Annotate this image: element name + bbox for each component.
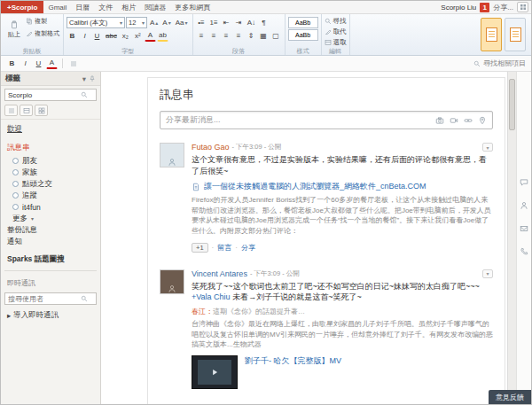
video-icon[interactable] [450,116,458,125]
subscript-button[interactable]: x₂ [120,30,131,42]
sidebar-collapse-button[interactable]: ▾ [82,74,86,83]
superscript-button[interactable]: x² [132,30,144,42]
style-sample-2[interactable]: AaBb [288,29,318,41]
share-post-link[interactable]: 分享 [241,243,255,253]
align-right-button[interactable]: ≡ [221,30,232,42]
show-marks-button[interactable]: ¶ [258,17,270,28]
view-grid-button[interactable] [35,105,48,116]
apps-grid-button[interactable] [517,2,528,12]
vertical-scrollbar[interactable] [507,72,516,404]
italic-button[interactable]: I [79,30,90,42]
sidebar-item-circle-friends[interactable]: 朋友 [1,155,100,167]
call-button[interactable] [519,245,530,257]
quote-author-link[interactable]: 春江： [192,308,213,315]
view-reading-button[interactable] [505,18,526,51]
video-link[interactable]: 劉子千- 哈欠【完整版】MV [245,355,341,367]
align-left-button[interactable]: ≡ [196,30,207,42]
paste-button[interactable]: 貼上 [4,16,25,43]
style-sample-1[interactable]: AaBb [288,17,318,28]
mail-button[interactable] [519,222,530,234]
bold-button[interactable]: B [66,30,78,42]
quick-color-button[interactable]: A [46,58,58,69]
select-button[interactable]: 選取 [325,38,347,47]
sidebar-item-circle-family[interactable]: 家族 [1,167,100,178]
quick-bold-button[interactable]: B [6,58,18,69]
view-card-button[interactable] [20,105,33,116]
post-menu-button[interactable]: ▾ [482,143,493,152]
sidebar-item-welcome[interactable]: 歡迎 [1,123,100,135]
quick-underline-button[interactable]: U [33,58,44,69]
sidebar-item-all-messages[interactable]: 整份訊息 [1,224,100,236]
share-box[interactable]: 分享最新消息... [160,111,493,129]
nav-gmail[interactable]: Gmail [43,1,71,13]
comment-link[interactable]: 留言 [217,243,231,253]
post-menu-button[interactable]: ▾ [482,269,493,278]
quick-list-button[interactable] [67,58,79,69]
im-search-input[interactable] [8,295,79,303]
chat-button[interactable] [519,176,530,188]
camera-icon[interactable] [435,116,444,125]
shrink-font-button[interactable]: A▾ [160,17,172,28]
nav-reader[interactable]: 閱讀器 [140,1,170,13]
format-painter-button[interactable]: 複製格式 [25,28,60,39]
post-author-link[interactable]: Futao Gao [192,143,230,152]
quick-italic-button[interactable]: I [20,58,31,69]
sidebar-item-sparks[interactable]: Sparks 話題圖搜 [1,253,100,265]
line-spacing-button[interactable]: ⇕ [246,30,257,42]
shading-button[interactable]: ▦ [258,30,270,42]
underline-button[interactable]: U [91,30,103,42]
video-thumbnail[interactable] [192,355,238,389]
search-icon[interactable] [81,91,88,98]
font-color-button[interactable]: A [145,30,156,42]
find-button[interactable]: 尋找 [325,17,347,26]
share-button[interactable]: 分享... [493,3,513,12]
justify-button[interactable]: ≡ [233,30,245,42]
sidebar-item-circle-it4fun[interactable]: it4fun [1,201,100,213]
plus-one-button[interactable]: +1 [192,243,208,253]
font-size-combo[interactable]: 12▾ [126,17,147,28]
borders-button[interactable]: ▢ [270,30,282,42]
avatar[interactable] [160,143,184,167]
replace-button[interactable]: 取代 [325,27,347,36]
tab-scorpio[interactable]: +Scorpio [1,1,43,13]
change-case-button[interactable]: Aa▾ [174,17,190,28]
strikethrough-button[interactable]: abc [104,30,119,42]
bullets-button[interactable]: •≡ [196,17,207,28]
font-family-combo[interactable]: Calibri (本文)▾ [66,17,125,28]
post-link[interactable]: 讓一個從未接觸過電腦的人測試瀏覽器_網絡軟件_cnBeta.COM [204,181,426,192]
grow-font-button[interactable]: A▴ [148,17,160,28]
sidebar-item-more[interactable]: 更多▾ [1,213,100,224]
align-center-button[interactable]: ≡ [208,30,220,42]
scrollbar-thumb[interactable] [509,79,515,130]
numbering-button[interactable]: 1≡ [208,17,220,28]
location-icon[interactable] [478,116,487,125]
sort-button[interactable]: A↓ [246,17,257,28]
increase-indent-button[interactable]: ⇥ [233,17,245,28]
nav-calendar[interactable]: 日曆 [71,1,94,13]
view-list-button[interactable] [4,105,18,116]
sidebar-search-input[interactable] [8,91,79,99]
sidebar-item-circle-acquaintances[interactable]: 點頭之交 [1,178,100,190]
nav-photos[interactable]: 相片 [117,1,140,13]
search-icon[interactable] [81,295,88,302]
post-author-link[interactable]: Vincent Antares [192,269,247,278]
notification-badge[interactable]: 1 [480,3,489,12]
import-im-button[interactable]: ▸ 導入即時通訊 [1,307,100,324]
sidebar-item-notifications[interactable]: 通知 [1,236,100,247]
copy-button[interactable]: 複製 [25,16,60,27]
mention-link[interactable]: +Vala Chiu [192,292,231,301]
decrease-indent-button[interactable]: ⇤ [221,17,232,28]
contacts-button[interactable] [519,199,530,211]
sidebar-item-circle-following[interactable]: 追蹤 [1,190,100,201]
sidebar-item-stream[interactable]: 訊息串 [1,142,100,153]
feedback-button[interactable]: 意見反饋 [489,390,531,404]
link-icon[interactable] [464,116,473,125]
nav-more[interactable]: 更多和網頁 [170,1,215,13]
user-name[interactable]: Scorpio Liu [441,4,476,12]
nav-documents[interactable]: 文件 [94,1,117,13]
highlight-button[interactable]: ab [157,30,168,42]
view-normal-button[interactable] [481,18,502,51]
pin-icon[interactable] [89,75,96,82]
avatar[interactable] [160,269,184,294]
find-related-items[interactable]: 尋找相關項目 [473,58,526,68]
